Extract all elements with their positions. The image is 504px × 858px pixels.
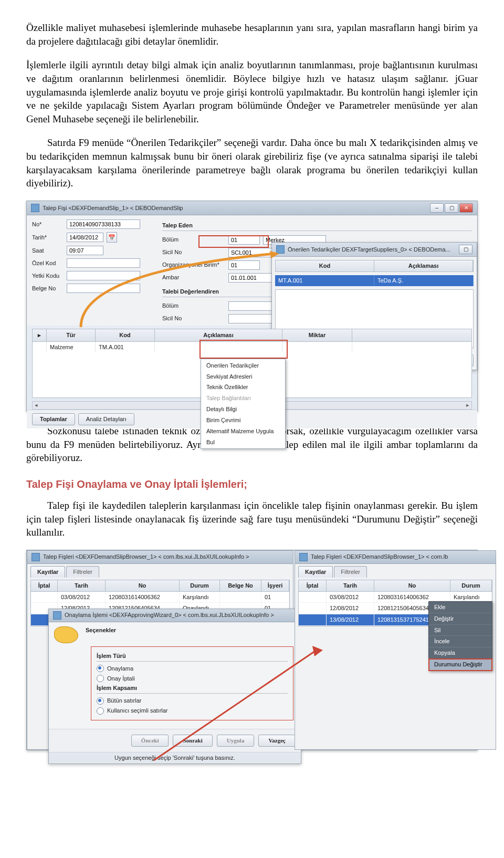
calendar-icon[interactable]: 📅: [107, 232, 117, 243]
demand-slip-window: Talep Fişi <DEXFDemandSlip_1> < DEBODema…: [26, 201, 478, 412]
app-icon: [276, 245, 285, 254]
group-islem-turu: İşlem Türü: [97, 652, 288, 662]
btn-sonraki[interactable]: Sonraki: [173, 735, 212, 747]
rcol-tarih: Tarih: [327, 580, 374, 591]
supplier-name: TeDa A.Ş.: [374, 275, 474, 286]
app-icon: [31, 204, 39, 212]
cell-tur: Malzeme: [47, 342, 96, 353]
label-ambar: Ambar: [162, 274, 225, 281]
supplier-row[interactable]: MT.A.001 TeDa A.Ş.: [275, 275, 474, 286]
col-miktar: Miktar: [282, 329, 352, 341]
window-title: Talep Fişi <DEXFDemandSlip_1> < DEBODema…: [43, 204, 427, 212]
lcol-no: No: [106, 580, 180, 591]
cell: 13/08/2012: [327, 614, 374, 625]
label-belge: Belge No: [32, 285, 64, 292]
cell: Karşılandı: [180, 592, 220, 603]
radio-label: Onaylama: [107, 665, 133, 673]
label-bolum2: Bölüm: [162, 302, 225, 310]
label-ozelkod: Özel Kod: [32, 259, 64, 267]
col-acik: Açıklaması: [374, 260, 473, 271]
app-icon: [299, 553, 308, 561]
paragraph-1: Özellikle maliyet muhasebesi işlemlerind…: [26, 21, 478, 48]
input-no[interactable]: [67, 219, 140, 229]
app-icon: [53, 611, 61, 620]
ctx-durumunu-degistir[interactable]: Durumunu Değiştir: [429, 659, 492, 671]
col-tur: Tür: [47, 329, 96, 341]
input-ozelkod[interactable]: [67, 258, 140, 268]
lcol-durum: Durum: [180, 580, 220, 591]
ctx-sevkiyat[interactable]: Sevkiyat Adresleri: [201, 371, 285, 382]
approve-wizard: Onaylama İşlemi <DEXFApprovingWizard_0> …: [48, 609, 301, 764]
input-org[interactable]: [228, 260, 260, 270]
wizard-status: Uygun seçeneği seçip 'Sonraki' tuşuna ba…: [49, 752, 301, 763]
section-talep-eden: Talep Eden: [162, 222, 472, 231]
radio-butun[interactable]: Bütün satırlar: [97, 696, 288, 706]
ctx-teknik[interactable]: Teknik Özellikler: [201, 382, 285, 393]
label-secenekler: Seçenekler: [86, 626, 116, 643]
lines-grid: ▸ Tür Kod Açıklaması Miktar Malzeme TM.A…: [32, 329, 472, 398]
lcol-isyeri: İşyeri: [261, 580, 289, 591]
wizard-icon: [54, 626, 78, 643]
btn-uygula[interactable]: Uygula: [217, 735, 255, 747]
cell-kod: TM.A.001: [96, 342, 155, 353]
tab-kayitlar-r[interactable]: Kayıtlar: [298, 566, 333, 578]
ctx-birim[interactable]: Birim Çevrimi: [201, 415, 285, 426]
input-tarih[interactable]: [67, 233, 103, 242]
popup-maximize[interactable]: ▢: [459, 245, 472, 254]
radio-onaylama[interactable]: Onaylama: [97, 664, 288, 674]
list-row[interactable]: 03/08/2012 1208031614006362 Karşılandı 0…: [31, 592, 289, 603]
label-saat: Saat: [32, 247, 64, 255]
ctx-ekle[interactable]: Ekle: [429, 602, 492, 613]
label-sicil2: Sicil No: [162, 315, 225, 322]
close-button[interactable]: ✕: [459, 203, 473, 213]
radio-label: Onay İptali: [107, 675, 135, 683]
tab-kayitlar[interactable]: Kayıtlar: [30, 566, 65, 578]
left-title: Talep Fişleri <DEXFDemandSlipBrowser_1> …: [43, 553, 289, 561]
tab-filtreler-r[interactable]: Filtreler: [334, 566, 367, 578]
maximize-button[interactable]: ▢: [445, 203, 458, 213]
ctx-incele[interactable]: İncele: [429, 636, 492, 647]
options-box: İşlem Türü Onaylama Onay İptali İşlem Ka…: [91, 646, 293, 720]
highlight-box: [198, 235, 269, 248]
ctx-alternatif[interactable]: Alternatif Malzeme Uygula: [201, 426, 285, 437]
label-org: Organizasyonel Birim*: [162, 261, 225, 269]
demand-list-and-approve: Talep Fişleri <DEXFDemandSlipBrowser_1> …: [26, 550, 478, 750]
ctx-kopyala[interactable]: Kopyala: [429, 647, 492, 659]
paragraph-5: Talep fişi ile kaydedilen taleplerin kar…: [26, 499, 478, 539]
ctx-onerilen[interactable]: Önerilen Tedarikçiler: [201, 360, 285, 371]
radio-onay-iptali[interactable]: Onay İptali: [97, 674, 288, 684]
paragraph-3: Satırda F9 menüde “Önerilen Tedarikçiler…: [26, 136, 478, 190]
rcol-no: No: [374, 580, 450, 591]
ctx-sil[interactable]: Sil: [429, 625, 492, 636]
col-kod: Kod: [96, 329, 155, 341]
right-context-menu: Ekle Değiştir Sil İncele Kopyala Durumun…: [428, 601, 492, 671]
right-title: Talep Fişleri <DEXFDemandSlipBrowser_1> …: [311, 553, 491, 561]
cell: 03/08/2012: [327, 592, 374, 603]
label-no: No*: [32, 221, 64, 228]
tab-toplamlar[interactable]: Toplamlar: [32, 413, 75, 425]
minimize-button[interactable]: –: [430, 203, 444, 213]
supplier-code: MT.A.001: [275, 275, 374, 286]
rcol-iptal: İptal: [299, 580, 327, 591]
ctx-bul[interactable]: Bul: [201, 437, 285, 448]
row-marker: ▸: [33, 329, 47, 341]
highlight-box-menu: [200, 340, 288, 359]
context-menu: Önerilen Tedarikçiler Sevkiyat Adresleri…: [201, 359, 286, 449]
ctx-detayli[interactable]: Detaylı Bilgi: [201, 404, 285, 415]
tab-analiz[interactable]: Analiz Detayları: [78, 413, 134, 425]
btn-onceki[interactable]: Önceki: [131, 735, 169, 747]
input-saat[interactable]: [67, 246, 103, 255]
input-belge[interactable]: [67, 284, 140, 293]
ctx-degistir[interactable]: Değiştir: [429, 613, 492, 625]
label-yetki: Yetki Kodu: [32, 272, 64, 280]
col-kod: Kod: [276, 260, 374, 271]
lcol-belge: Belge No: [220, 580, 261, 591]
input-yetki[interactable]: [67, 271, 140, 280]
btn-vazgec[interactable]: Vazgeç: [258, 735, 296, 747]
cell: 12/08/2012: [327, 603, 374, 614]
radio-label: Bütün satırlar: [107, 697, 141, 705]
radio-secimli[interactable]: Kullanıcı seçimli satırlar: [97, 706, 288, 716]
window-titlebar: Talep Fişi <DEXFDemandSlip_1> < DEBODema…: [27, 201, 477, 215]
cell: 01: [261, 592, 289, 603]
tab-filtreler[interactable]: Filtreler: [66, 566, 99, 578]
